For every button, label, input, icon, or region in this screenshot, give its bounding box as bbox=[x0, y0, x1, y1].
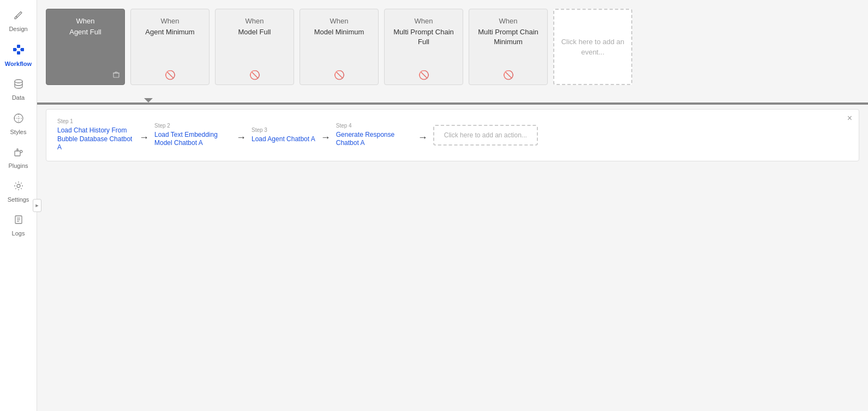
close-steps-button[interactable]: × bbox=[847, 114, 852, 123]
sidebar-item-plugins[interactable]: Plugins bbox=[2, 142, 35, 174]
step-label-4: Step 4 bbox=[336, 123, 412, 129]
svg-rect-0 bbox=[13, 48, 16, 51]
sidebar-item-styles-label: Styles bbox=[10, 129, 27, 136]
step-action-3[interactable]: Load Agent Chatbot A bbox=[252, 135, 315, 144]
event-title-2: Model Full bbox=[238, 27, 271, 37]
sidebar-item-workflow-label: Workflow bbox=[5, 61, 32, 68]
add-action-button[interactable]: Click here to add an action... bbox=[433, 125, 538, 146]
add-event-label: Click here to add an event... bbox=[560, 37, 626, 58]
event-card-model-full[interactable]: When Model Full 🚫 bbox=[215, 9, 294, 85]
svg-point-7 bbox=[15, 80, 22, 83]
step-arrow-2: → bbox=[236, 132, 246, 143]
divider-triangle bbox=[144, 98, 153, 102]
event-when-label-1: When bbox=[161, 17, 179, 25]
design-icon bbox=[13, 10, 24, 23]
main-content: When Agent Full When Agent Minimum 🚫 Whe… bbox=[37, 0, 868, 411]
event-card-multi-min[interactable]: When Multi Prompt Chain Minimum 🚫 bbox=[469, 9, 548, 85]
sidebar-item-data[interactable]: Data bbox=[2, 74, 35, 106]
event-card-multi-full[interactable]: When Multi Prompt Chain Full 🚫 bbox=[384, 9, 463, 85]
step-block-1: Step 1 Load Chat History From Bubble Dat… bbox=[57, 118, 134, 152]
data-icon bbox=[13, 78, 24, 92]
step-block-2: Step 2 Load Text Embedding Model Chatbot… bbox=[154, 123, 231, 148]
no-icon-4: 🚫 bbox=[418, 70, 429, 80]
svg-rect-3 bbox=[21, 48, 24, 51]
settings-icon bbox=[13, 180, 24, 194]
no-icon-3: 🚫 bbox=[334, 70, 345, 80]
sidebar-item-styles[interactable]: Styles bbox=[2, 108, 35, 140]
logs-icon bbox=[13, 214, 24, 228]
sidebar-item-logs[interactable]: Logs bbox=[2, 210, 35, 241]
step-arrow-1: → bbox=[139, 132, 149, 143]
event-when-label-2: When bbox=[246, 17, 264, 25]
step-block-4: Step 4 Generate Response Chatbot A bbox=[336, 123, 412, 148]
event-card-agent-full[interactable]: When Agent Full bbox=[46, 9, 125, 85]
no-icon-2: 🚫 bbox=[249, 70, 260, 80]
event-title-3: Model Minimum bbox=[314, 27, 364, 37]
sidebar-item-workflow[interactable]: Workflow bbox=[2, 39, 35, 72]
event-title-4: Multi Prompt Chain Full bbox=[390, 27, 457, 47]
add-event-card[interactable]: Click here to add an event... bbox=[553, 9, 632, 85]
sidebar: Design Workflow bbox=[0, 0, 37, 411]
sidebar-item-design[interactable]: Design bbox=[2, 5, 35, 37]
step-arrow-4: → bbox=[418, 132, 428, 143]
step-action-2[interactable]: Load Text Embedding Model Chatbot A bbox=[154, 131, 231, 148]
steps-panel: × Step 1 Load Chat History From Bubble D… bbox=[46, 109, 859, 161]
event-title-1: Agent Minimum bbox=[145, 27, 194, 37]
sidebar-item-settings[interactable]: Settings bbox=[2, 176, 35, 208]
sidebar-item-logs-label: Logs bbox=[12, 230, 25, 237]
event-title-5: Multi Prompt Chain Minimum bbox=[475, 27, 542, 47]
no-icon-5: 🚫 bbox=[503, 70, 514, 80]
step-arrow-3: → bbox=[321, 132, 331, 143]
divider-row bbox=[37, 98, 868, 102]
delete-icon-0[interactable] bbox=[112, 71, 120, 80]
sidebar-item-settings-label: Settings bbox=[8, 196, 29, 203]
divider-line bbox=[37, 102, 868, 105]
sidebar-expand-toggle[interactable]: ► bbox=[33, 199, 41, 212]
events-row: When Agent Full When Agent Minimum 🚫 Whe… bbox=[37, 0, 868, 98]
event-when-label-4: When bbox=[415, 17, 433, 25]
step-label-2: Step 2 bbox=[154, 123, 231, 129]
sidebar-item-design-label: Design bbox=[9, 26, 27, 33]
event-card-model-min[interactable]: When Model Minimum 🚫 bbox=[300, 9, 379, 85]
step-label-3: Step 3 bbox=[252, 127, 315, 133]
styles-icon bbox=[13, 113, 24, 126]
event-title-0: Agent Full bbox=[69, 27, 101, 37]
step-block-3: Step 3 Load Agent Chatbot A bbox=[252, 127, 315, 144]
no-icon-1: 🚫 bbox=[165, 70, 176, 80]
svg-rect-14 bbox=[113, 73, 119, 77]
event-when-label-3: When bbox=[330, 17, 349, 25]
step-label-1: Step 1 bbox=[57, 118, 134, 124]
sidebar-wrapper: Design Workflow bbox=[0, 0, 37, 411]
svg-point-9 bbox=[17, 184, 20, 188]
step-action-4[interactable]: Generate Response Chatbot A bbox=[336, 131, 412, 148]
svg-rect-2 bbox=[17, 51, 20, 55]
svg-rect-8 bbox=[15, 151, 20, 156]
sidebar-item-plugins-label: Plugins bbox=[8, 162, 28, 170]
sidebar-item-data-label: Data bbox=[12, 94, 25, 101]
svg-rect-1 bbox=[17, 45, 20, 48]
event-when-label-0: When bbox=[76, 17, 95, 25]
step-action-1[interactable]: Load Chat History From Bubble Database C… bbox=[57, 126, 134, 152]
plugins-icon bbox=[13, 147, 24, 160]
event-card-agent-min[interactable]: When Agent Minimum 🚫 bbox=[130, 9, 209, 85]
event-when-label-5: When bbox=[499, 17, 518, 25]
workflow-icon bbox=[13, 44, 25, 58]
